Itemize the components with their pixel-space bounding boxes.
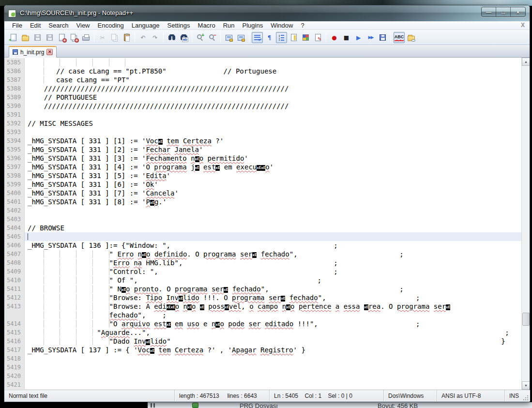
code-line[interactable]: 5399_hMG_SYSDATA [ 331 ] [6] := 'Ok' (4, 180, 521, 189)
close-doc-icon[interactable]: × (56, 32, 67, 43)
menu-view[interactable]: View (73, 22, 94, 29)
menu-encoding[interactable]: Encoding (94, 22, 128, 29)
code-text[interactable]: " Erro nxE3o definido. O programa serxE1… (25, 250, 521, 258)
code-line[interactable]: 5421 (4, 380, 521, 389)
tab-close-icon[interactable]: ✕ (46, 49, 53, 55)
code-line[interactable]: 5400_hMG_SYSDATA [ 331 ] [7] := 'Cancela… (4, 189, 521, 197)
macro-stop-icon[interactable]: ■ (341, 32, 352, 43)
paste-icon[interactable] (121, 32, 132, 43)
code-text[interactable]: case cLang == "PT" (25, 76, 521, 84)
code-line[interactable]: 5406_HMG_SYSDATA [ 136 ]:= {"Window: ", … (4, 241, 521, 250)
menu-plugins[interactable]: Plugins (239, 22, 267, 29)
vertical-scrollbar[interactable]: ▲ ▼ (521, 58, 530, 390)
menu-edit[interactable]: Edit (26, 22, 45, 29)
code-line[interactable]: 5408 "Erro na HMG.lib", ; (4, 258, 521, 267)
resize-grip[interactable] (523, 395, 529, 400)
redo-icon[interactable]: ↷ (150, 32, 161, 43)
macro-record-icon[interactable]: ● (329, 32, 340, 43)
code-text[interactable]: // MISC MESSAGES (25, 119, 521, 128)
code-text[interactable]: " NxE3o pronto. O programa serxE1 fechad… (25, 285, 521, 293)
save-icon[interactable] (32, 32, 43, 43)
code-line[interactable]: 5405 (4, 232, 521, 241)
code-line[interactable]: 5418 (4, 354, 521, 363)
zoom-in-icon[interactable]: + (195, 32, 206, 43)
code-text[interactable] (25, 372, 521, 380)
menu-language[interactable]: Language (128, 22, 164, 29)
code-line[interactable]: 5417_HMG_SYSDATA [ 137 ] := { 'VocxEA te… (4, 346, 521, 354)
define-language-icon[interactable] (300, 32, 311, 43)
code-text[interactable]: _hMG_SYSDATA [ 331 ] [4] := 'O programa … (25, 163, 521, 171)
code-line[interactable]: 5392// MISC MESSAGES (4, 119, 521, 128)
code-text[interactable] (25, 128, 521, 136)
spell-check-icon[interactable]: ABC (394, 32, 405, 43)
code-line[interactable]: 5398_hMG_SYSDATA [ 331 ] [5] := 'Edita' (4, 171, 521, 180)
code-text[interactable]: "Aguarde...", ; (25, 328, 521, 337)
code-text[interactable]: ////////////////////////////////////////… (25, 84, 521, 93)
close-all-docs-icon[interactable]: × (68, 32, 79, 43)
code-text[interactable] (25, 232, 521, 241)
menu-search[interactable]: Search (45, 22, 72, 29)
word-wrap-icon[interactable] (252, 32, 263, 43)
editor-lines[interactable]: 5385 5386 // case cLang == "pt.PT850" //… (4, 58, 521, 389)
code-line[interactable]: 5402 (4, 206, 521, 215)
code-line[interactable]: 5409 "Control: ", ; (4, 267, 521, 276)
doc-map-icon[interactable] (288, 32, 299, 43)
code-text[interactable]: ////////////////////////////////////////… (25, 102, 521, 110)
code-line[interactable]: 5401_hMG_SYSDATA [ 331 ] [8] := 'PxE1g.' (4, 197, 521, 206)
code-line[interactable]: 5403 (4, 215, 521, 224)
code-text[interactable]: // BROWSE (25, 224, 521, 232)
menu-run[interactable]: Run (219, 22, 239, 29)
code-text[interactable]: _HMG_SYSDATA [ 137 ] := { 'VocxEA tem Ce… (25, 346, 521, 354)
new-file-icon[interactable]: + (8, 32, 19, 43)
restore-button[interactable]: □ (496, 7, 511, 16)
code-text[interactable]: _hMG_SYSDATA [ 331 ] [6] := 'Ok' (25, 180, 521, 189)
code-line[interactable]: 5412 "Browse: Tipo InvxE1lido !!!. O pro… (4, 293, 521, 302)
code-text[interactable]: // case cLang == "pt.PT850" // Portugues… (25, 67, 521, 76)
code-line[interactable]: 5407 " Erro nxE3o definido. O programa s… (4, 250, 521, 258)
cut-icon[interactable]: ✂ (97, 32, 108, 43)
code-text[interactable]: " Of ", ; (25, 276, 521, 285)
code-line[interactable]: 5388 ///////////////////////////////////… (4, 84, 521, 93)
code-line[interactable]: 5386 // case cLang == "pt.PT850" // Port… (4, 67, 521, 76)
menu-file[interactable]: File (8, 22, 26, 29)
menu-macro[interactable]: Macro (194, 22, 219, 29)
close-document-x[interactable]: X (521, 22, 525, 29)
code-text[interactable] (25, 380, 521, 389)
copy-icon[interactable] (109, 32, 120, 43)
code-text[interactable] (25, 110, 521, 119)
sync-horizontal-icon[interactable] (235, 32, 246, 43)
print-icon[interactable] (80, 32, 91, 43)
code-text[interactable]: fechado", ; (25, 311, 521, 319)
code-line[interactable]: 5419 (4, 363, 521, 372)
code-text[interactable]: _HMG_SYSDATA [ 136 ]:= {"Window: ", ; (25, 241, 521, 250)
code-line[interactable]: 5410 " Of ", ; (4, 276, 521, 285)
code-text[interactable]: "Dado InvxE1lido" } (25, 337, 521, 346)
zoom-out-icon[interactable]: − (207, 32, 218, 43)
code-text[interactable]: _hMG_SYSDATA [ 331 ] [1] := 'VocxEA tem … (25, 136, 521, 145)
title-bar[interactable]: C:\hmg\SOURCE\h_init.prg - Notepad++ —□× (4, 5, 530, 21)
code-text[interactable]: "Browse: A edixE7xE3o nxE3o xE9 possxEDv… (25, 302, 521, 311)
code-line[interactable]: 5390 ///////////////////////////////////… (4, 102, 521, 110)
menu-window[interactable]: Window (267, 22, 297, 29)
scrollbar-thumb[interactable] (522, 313, 530, 326)
macro-save-icon[interactable] (377, 32, 388, 43)
code-line[interactable]: 5395_hMG_SYSDATA [ 331 ] [2] := 'Fechar … (4, 145, 521, 154)
code-line[interactable]: 5415 "Aguarde...", ; (4, 328, 521, 337)
code-line-wrap[interactable]: fechado", ; (4, 311, 521, 319)
macro-play-icon[interactable]: ▶ (353, 32, 364, 43)
code-line[interactable]: 5385 (4, 58, 521, 67)
code-text[interactable] (25, 58, 521, 67)
code-line[interactable]: 5416 "Dado InvxE1lido" } (4, 337, 521, 346)
sync-vertical-icon[interactable] (223, 32, 234, 43)
scroll-up-arrow[interactable]: ▲ (522, 58, 530, 66)
find-icon[interactable] (166, 32, 177, 43)
code-line[interactable]: 5413 "Browse: A edixE7xE3o nxE3o xE9 pos… (4, 302, 521, 311)
code-line[interactable]: 5393 (4, 128, 521, 136)
minimize-button[interactable]: — (482, 7, 496, 16)
code-text[interactable]: _hMG_SYSDATA [ 331 ] [5] := 'Edita' (25, 171, 521, 180)
indent-guide-icon[interactable] (276, 32, 287, 43)
code-text[interactable] (25, 354, 521, 363)
code-text[interactable]: "Browse: Tipo InvxE1lido !!!. O programa… (25, 293, 521, 302)
scroll-down-arrow[interactable]: ▼ (522, 381, 530, 390)
function-list-icon[interactable] (312, 32, 323, 43)
